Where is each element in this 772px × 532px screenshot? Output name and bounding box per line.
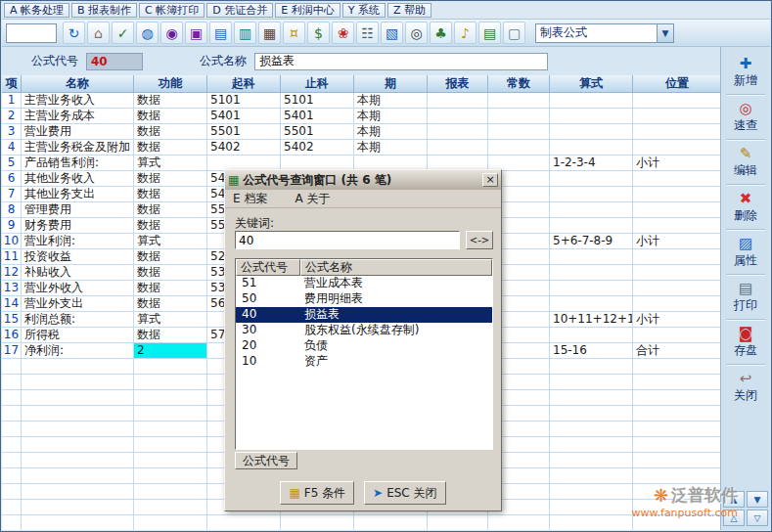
row-number[interactable]: 3 xyxy=(2,124,22,140)
grid-cell[interactable]: 5501 xyxy=(281,124,354,140)
grid-cell[interactable] xyxy=(428,124,488,140)
grid-cell[interactable]: 数据 xyxy=(134,93,207,109)
grid-cell[interactable]: 小计 xyxy=(633,234,722,249)
sidebar-print-button[interactable]: ▤打印 xyxy=(723,278,768,317)
abacus-icon[interactable]: ▦ xyxy=(258,22,281,44)
blank-page-icon[interactable]: ▢ xyxy=(503,22,525,44)
grid-cell[interactable]: 5101 xyxy=(281,93,354,109)
grid-cell[interactable] xyxy=(428,140,488,155)
grid-cell[interactable]: 数据 xyxy=(134,328,207,343)
dialog-titlebar[interactable]: ▦ 公式代号查询窗口 (共 6 笔) × xyxy=(225,170,501,190)
grid-cell[interactable] xyxy=(633,265,722,281)
menu-item[interactable]: D 凭证合并 xyxy=(206,3,273,18)
grid-cell[interactable]: 5401 xyxy=(281,109,354,124)
grid-cell[interactable] xyxy=(550,328,633,343)
grid-cell[interactable]: 2 xyxy=(134,343,207,359)
grid-cell[interactable]: 算式 xyxy=(134,155,207,171)
grid-cell[interactable]: 其他业务收入 xyxy=(22,171,134,187)
grid-cell[interactable]: 5401 xyxy=(207,109,281,124)
display-icon[interactable]: ▥ xyxy=(234,22,256,44)
grid-cell[interactable] xyxy=(550,218,633,234)
dialog-list-row[interactable]: 51营业成本表 xyxy=(236,276,492,291)
row-number[interactable]: 6 xyxy=(2,171,22,187)
grid-cell[interactable] xyxy=(550,187,633,202)
row-number[interactable]: 13 xyxy=(2,281,22,296)
grid-cell[interactable]: 数据 xyxy=(134,296,207,312)
column-header[interactable]: 功能 xyxy=(134,75,207,93)
grid-cell[interactable] xyxy=(550,93,633,109)
row-number[interactable]: 15 xyxy=(2,312,22,328)
grid-cell[interactable]: 净利润: xyxy=(22,343,134,359)
grid-cell[interactable] xyxy=(633,281,722,296)
row-number[interactable]: 7 xyxy=(2,187,22,202)
sidebar-properties-button[interactable]: ▨属性 xyxy=(723,233,768,272)
grid-cell[interactable] xyxy=(633,93,722,109)
page-down-button[interactable]: ▽ xyxy=(747,510,768,526)
grid-cell[interactable] xyxy=(633,171,722,187)
crystal-ball-icon[interactable]: ◉ xyxy=(160,22,183,44)
row-number[interactable]: 14 xyxy=(2,296,22,312)
globe-icon[interactable]: ◍ xyxy=(136,22,159,44)
grid-cell[interactable]: 主营业务收入 xyxy=(22,93,134,109)
grid-cell[interactable]: 营业利润: xyxy=(22,234,134,249)
grid-cell[interactable]: 5402 xyxy=(281,140,354,155)
scroll-down-button[interactable]: ▼ xyxy=(747,491,768,508)
sidebar-new-button[interactable]: ✚新增 xyxy=(723,53,768,92)
grid-cell[interactable]: 补贴收入 xyxy=(22,265,134,281)
grid-cell[interactable]: 数据 xyxy=(134,187,207,202)
grid-cell[interactable]: 本期 xyxy=(354,109,428,124)
row-number[interactable]: 16 xyxy=(2,328,22,343)
grid-cell[interactable] xyxy=(550,109,633,124)
menu-item[interactable]: Y 系统 xyxy=(342,3,386,18)
grid-cell[interactable] xyxy=(550,296,633,312)
row-number[interactable]: 2 xyxy=(2,109,22,124)
row-number[interactable]: 4 xyxy=(2,140,22,155)
grid-cell[interactable] xyxy=(633,328,722,343)
grid-cell[interactable]: 财务费用 xyxy=(22,218,134,234)
grid-cell[interactable]: 数据 xyxy=(134,218,207,234)
row-number[interactable]: 1 xyxy=(2,93,22,109)
coins-icon[interactable]: ¤ xyxy=(283,22,305,44)
grid-cell[interactable] xyxy=(633,202,722,218)
computer-icon[interactable]: ▤ xyxy=(209,22,232,44)
grid-cell[interactable]: 数据 xyxy=(134,124,207,140)
dialog-list-row[interactable]: 20负债 xyxy=(236,338,492,354)
grid-cell[interactable]: 本期 xyxy=(354,124,428,140)
verify-icon[interactable]: ✓ xyxy=(112,22,134,44)
grid-cell[interactable]: 主营业务税金及附加 xyxy=(22,140,134,155)
grid-cell[interactable] xyxy=(550,140,633,155)
grid-cell[interactable] xyxy=(488,124,550,140)
close-icon[interactable]: × xyxy=(482,173,498,187)
formula-type-dropdown[interactable]: 制表公式 ▼ xyxy=(535,23,674,43)
grid-cell[interactable] xyxy=(550,124,633,140)
column-header[interactable]: 报表 xyxy=(428,75,488,93)
money-icon[interactable]: $ xyxy=(307,22,330,44)
grid-cell[interactable] xyxy=(633,218,722,234)
menu-item[interactable]: C 帐簿打印 xyxy=(139,3,204,18)
grid-cell[interactable]: 所得税 xyxy=(22,328,134,343)
dialog-list-row[interactable]: 40损益表 xyxy=(236,307,492,323)
report-icon[interactable]: ▧ xyxy=(381,22,403,44)
grid-cell[interactable] xyxy=(550,249,633,265)
grid-cell[interactable]: 本期 xyxy=(354,140,428,155)
grid-cell[interactable] xyxy=(488,93,550,109)
grid-cell[interactable] xyxy=(488,140,550,155)
row-number[interactable]: 9 xyxy=(2,218,22,234)
grid-cell[interactable]: 数据 xyxy=(134,202,207,218)
swap-button[interactable]: <-> xyxy=(466,231,493,249)
menu-item[interactable]: A 帐务处理 xyxy=(4,3,69,18)
grid-cell[interactable] xyxy=(550,265,633,281)
f5-condition-button[interactable]: ▦F5 条件 xyxy=(280,481,354,505)
dialog-list-row[interactable]: 30股东权益(永续盘存制) xyxy=(236,323,492,338)
grid-cell[interactable]: 数据 xyxy=(134,249,207,265)
grid-cell[interactable]: 产品销售利润: xyxy=(22,155,134,171)
grid-cell[interactable] xyxy=(488,109,550,124)
chevron-down-icon[interactable]: ▼ xyxy=(657,24,673,42)
table-icon[interactable]: ☷ xyxy=(356,22,379,44)
column-header[interactable]: 期 xyxy=(354,75,428,93)
grid-cell[interactable] xyxy=(550,202,633,218)
column-header[interactable]: 算式 xyxy=(550,75,633,93)
grid-cell[interactable]: 5+6-7-8-9 xyxy=(550,234,633,249)
sidebar-save-button[interactable]: ◙存盘 xyxy=(723,323,768,362)
grid-cell[interactable] xyxy=(633,140,722,155)
